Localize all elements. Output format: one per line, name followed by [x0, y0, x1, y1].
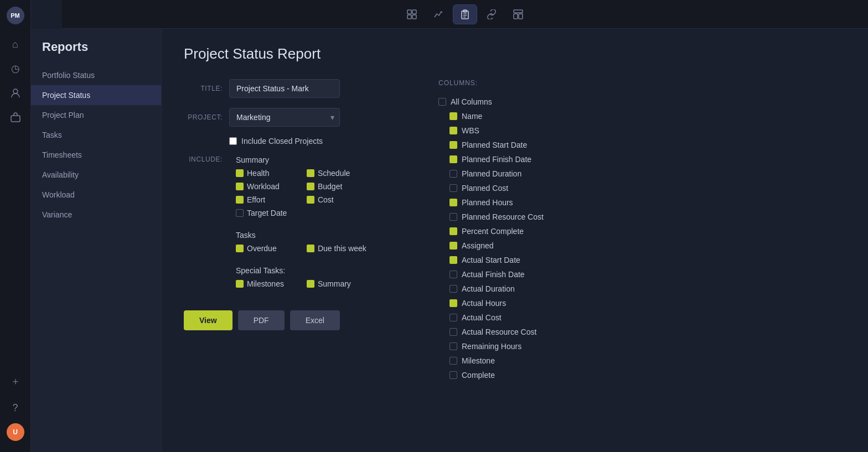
col-assigned-check[interactable] — [450, 242, 457, 250]
col-remaining-hours-label: Remaining Hours — [462, 342, 521, 351]
project-select[interactable]: Marketing Development Design — [229, 108, 340, 127]
cb-overdue-check[interactable] — [236, 245, 244, 252]
sidebar-item-portfolio-status[interactable]: Portfolio Status — [31, 65, 161, 85]
col-remaining-hours: Remaining Hours — [438, 339, 657, 354]
project-row: PROJECT: Marketing Development Design — [184, 108, 405, 127]
toolbar-link-btn[interactable] — [479, 4, 504, 24]
cb-budget-label: Budget — [318, 182, 342, 191]
col-name-check[interactable] — [450, 112, 457, 120]
excel-button[interactable]: Excel — [290, 310, 340, 330]
cb-workload: Workload — [236, 182, 296, 191]
col-planned-start-date-label: Planned Start Date — [462, 141, 527, 149]
title-input[interactable] — [229, 79, 340, 98]
col-percent-complete-check[interactable] — [450, 227, 457, 235]
tasks-checkboxes: Overdue Due this week — [236, 244, 366, 253]
col-name-label: Name — [462, 112, 482, 121]
col-planned-finish-date-check[interactable] — [450, 155, 457, 163]
special-tasks-section: Special Tasks: Milestones Summary — [236, 266, 366, 288]
toolbar-chart-btn[interactable] — [426, 4, 451, 24]
title-row: TITLE: — [184, 79, 405, 98]
logo-circle: PM — [7, 7, 24, 24]
col-planned-duration-check[interactable] — [450, 170, 457, 178]
col-remaining-hours-check[interactable] — [450, 342, 457, 350]
nav-add[interactable]: ＋ — [4, 370, 27, 392]
form-section: TITLE: PROJECT: Marketing Development De… — [184, 79, 846, 382]
cb-target-date-check[interactable] — [236, 209, 244, 217]
cb-milestones-check[interactable] — [236, 280, 244, 288]
sidebar-item-workload[interactable]: Workload — [31, 185, 161, 205]
toolbar-layout-btn[interactable] — [506, 4, 530, 24]
cb-health: Health — [236, 169, 296, 178]
col-planned-hours-check[interactable] — [450, 199, 457, 206]
columns-scroll[interactable]: All Columns Name WBS — [438, 95, 660, 382]
user-avatar[interactable]: U — [7, 423, 24, 441]
col-actual-resource-cost-check[interactable] — [450, 328, 457, 336]
col-complete-check[interactable] — [450, 371, 457, 379]
svg-rect-2 — [407, 10, 411, 14]
nav-clock[interactable]: ◷ — [4, 58, 27, 80]
pdf-button[interactable]: PDF — [238, 310, 285, 330]
col-percent-complete: Percent Complete — [438, 224, 657, 238]
col-assigned: Assigned — [438, 238, 657, 253]
include-closed-label[interactable]: Include Closed Projects — [241, 137, 323, 146]
tasks-section: Tasks Overdue Due this week — [236, 231, 366, 253]
col-planned-resource-cost-check[interactable] — [450, 213, 457, 221]
col-planned-cost-check[interactable] — [450, 184, 457, 192]
toolbar-clipboard-btn[interactable] — [453, 4, 477, 24]
sidebar-item-project-plan[interactable]: Project Plan — [31, 105, 161, 125]
nav-home[interactable]: ⌂ — [4, 33, 27, 55]
cb-summary-tasks-label: Summary — [318, 279, 351, 288]
sidebar-item-tasks[interactable]: Tasks — [31, 125, 161, 145]
col-actual-start-date-check[interactable] — [450, 256, 457, 264]
icon-bar: PM ⌂ ◷ ＋ ? U — [0, 0, 31, 452]
col-actual-cost-check[interactable] — [450, 314, 457, 321]
col-milestone-check[interactable] — [450, 357, 457, 365]
col-wbs-check[interactable] — [450, 127, 457, 134]
summary-section: Summary Health Schedule — [236, 155, 366, 217]
include-grid: Summary Health Schedule — [236, 155, 366, 288]
sidebar-item-variance[interactable]: Variance — [31, 205, 161, 225]
svg-rect-5 — [412, 15, 416, 19]
cb-due-this-week: Due this week — [307, 244, 366, 253]
nav-help[interactable]: ? — [4, 397, 27, 419]
columns-panel: COLUMNS: All Columns Name — [438, 79, 660, 382]
col-all-columns-label: All Columns — [451, 97, 492, 106]
cb-summary-tasks-check[interactable] — [307, 280, 314, 288]
col-name: Name — [438, 109, 657, 123]
col-all-columns-check[interactable] — [438, 98, 446, 106]
col-planned-cost-label: Planned Cost — [462, 184, 508, 193]
cb-cost-check[interactable] — [307, 196, 314, 204]
cb-budget: Budget — [307, 182, 366, 191]
nav-people[interactable] — [4, 82, 27, 104]
cb-target-date-label: Target Date — [247, 209, 287, 217]
tasks-label: Tasks — [236, 231, 366, 240]
col-actual-duration-check[interactable] — [450, 285, 457, 293]
cb-schedule-check[interactable] — [307, 169, 314, 177]
include-closed-checkbox[interactable] — [229, 137, 237, 145]
sidebar-item-project-status[interactable]: Project Status — [31, 85, 161, 105]
nav-briefcase[interactable] — [4, 106, 27, 128]
col-actual-finish-date-check[interactable] — [450, 271, 457, 278]
view-button[interactable]: View — [184, 310, 232, 330]
cb-workload-check[interactable] — [236, 183, 244, 190]
col-actual-hours-check[interactable] — [450, 299, 457, 307]
cb-milestones: Milestones — [236, 279, 296, 288]
sidebar: Reports Portfolio Status Project Status … — [31, 29, 162, 452]
content-area: Project Status Report TITLE: PROJECT: — [162, 29, 868, 452]
col-wbs-label: WBS — [462, 126, 479, 135]
project-select-wrapper: Marketing Development Design — [229, 108, 340, 127]
sidebar-item-availability[interactable]: Availability — [31, 165, 161, 185]
cb-effort-check[interactable] — [236, 196, 244, 204]
top-toolbar — [62, 0, 868, 29]
col-milestone-label: Milestone — [462, 356, 495, 365]
col-planned-start-date-check[interactable] — [450, 141, 457, 149]
cb-budget-check[interactable] — [307, 183, 314, 190]
cb-health-check[interactable] — [236, 169, 244, 177]
page-title: Project Status Report — [184, 45, 846, 63]
project-label: PROJECT: — [184, 113, 223, 121]
sidebar-item-timesheets[interactable]: Timesheets — [31, 145, 161, 165]
col-actual-resource-cost: Actual Resource Cost — [438, 325, 657, 339]
cb-due-this-week-check[interactable] — [307, 245, 314, 252]
toolbar-search-btn[interactable] — [400, 4, 424, 24]
col-actual-resource-cost-label: Actual Resource Cost — [462, 328, 536, 336]
